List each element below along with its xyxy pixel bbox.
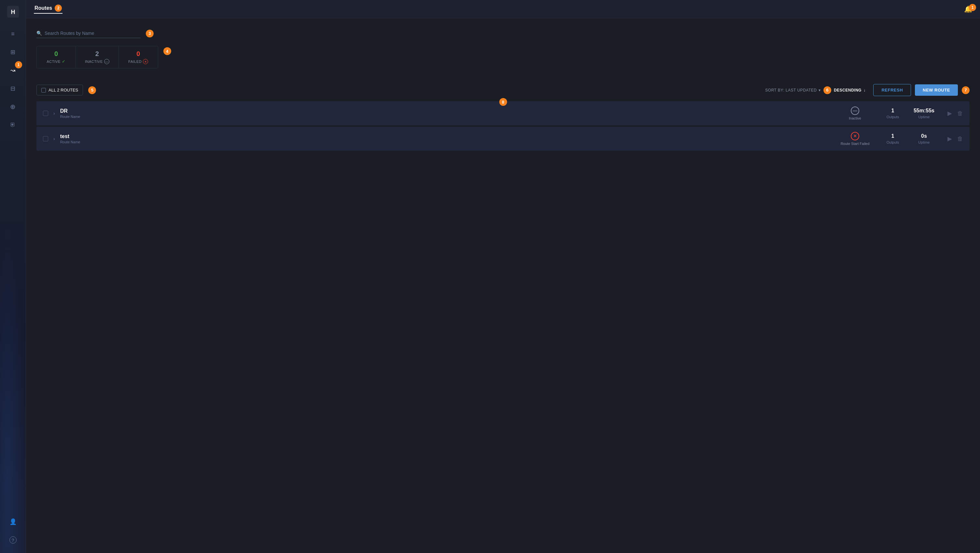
tab-badge: 2 bbox=[55, 5, 62, 12]
status-card-inactive[interactable]: 2 INACTIVE — bbox=[76, 46, 119, 68]
layers-icon: ⊟ bbox=[10, 85, 15, 92]
route-uptime-value: 55m:55s bbox=[913, 108, 934, 114]
controls-left: ALL 2 ROUTES 5 bbox=[37, 84, 96, 96]
routes-tab[interactable]: Routes 2 bbox=[34, 5, 62, 14]
dashboard-icon: ⊞ bbox=[10, 49, 15, 56]
route-uptime-label: Uptime bbox=[918, 140, 930, 144]
status-cards: 0 ACTIVE ✓ 2 INACTIVE — 0 bbox=[37, 46, 158, 69]
route-uptime-block: 0s Uptime bbox=[911, 133, 937, 144]
header-left: Routes 2 bbox=[34, 5, 62, 14]
expand-icon[interactable]: › bbox=[53, 136, 55, 141]
help-icon: ? bbox=[10, 536, 17, 543]
active-label: ACTIVE ✓ bbox=[46, 59, 65, 64]
route-actions: ▶ 🗑 bbox=[947, 110, 963, 117]
search-icon: 🔍 bbox=[37, 30, 42, 36]
sidebar-navigation: ≡ ⊞ ↝ 1 ⊟ ⊕ ⛨ bbox=[5, 26, 21, 514]
route-name: DR bbox=[60, 108, 830, 114]
route-outputs-block: 1 Outputs bbox=[880, 108, 906, 119]
header: Routes 2 🔔 bbox=[26, 0, 980, 18]
user-icon: 👤 bbox=[10, 518, 17, 525]
route-name: test bbox=[60, 134, 830, 139]
inactive-label: INACTIVE — bbox=[85, 59, 109, 64]
route-outputs-label: Outputs bbox=[886, 140, 899, 144]
select-all-checkbox[interactable] bbox=[41, 88, 46, 92]
failed-status-icon: ✕ bbox=[851, 132, 859, 140]
sidebar-bottom: 👤 ? bbox=[5, 514, 21, 548]
route-status-text: Route Start Failed bbox=[841, 142, 870, 146]
route-uptime-block: 55m:55s Uptime bbox=[911, 108, 937, 119]
step-3-badge: 3 bbox=[146, 30, 154, 37]
sidebar-item-routes[interactable]: ↝ 1 bbox=[5, 62, 21, 78]
route-checkbox[interactable] bbox=[43, 111, 48, 116]
step-6-badge: 6 bbox=[823, 86, 831, 94]
inactive-icon: — bbox=[104, 59, 109, 64]
tab-title: Routes bbox=[35, 5, 52, 11]
route-outputs-value: 1 bbox=[891, 108, 894, 114]
step-4-badge: 4 bbox=[163, 47, 171, 55]
play-icon[interactable]: ▶ bbox=[947, 135, 952, 142]
step-7-badge: 7 bbox=[962, 86, 970, 94]
chevron-down-icon[interactable]: ▾ bbox=[819, 88, 821, 92]
sidebar-item-shield[interactable]: ⛨ bbox=[5, 117, 21, 133]
play-icon[interactable]: ▶ bbox=[947, 110, 952, 117]
new-route-button[interactable]: NEW ROUTE bbox=[915, 84, 958, 96]
select-all-button[interactable]: ALL 2 ROUTES bbox=[37, 84, 83, 96]
route-outputs-block: 1 Outputs bbox=[880, 133, 906, 144]
sidebar-item-dashboard[interactable]: ⊞ bbox=[5, 44, 21, 60]
sort-by-label: SORT BY: LAST UPDATED ▾ bbox=[765, 88, 821, 92]
routes-list: 8 › DR Route Name — Inactive 1 Outputs bbox=[37, 101, 970, 151]
sort-order-arrow[interactable]: ↓ bbox=[864, 88, 866, 92]
status-card-active[interactable]: 0 ACTIVE ✓ bbox=[37, 46, 76, 68]
content-area: 🔍 3 0 ACTIVE ✓ 2 INA bbox=[26, 18, 980, 553]
route-uptime-value: 0s bbox=[921, 133, 927, 139]
select-all-label: ALL 2 ROUTES bbox=[48, 88, 78, 92]
search-input[interactable] bbox=[45, 30, 141, 36]
search-container: 🔍 3 bbox=[37, 29, 970, 38]
step-5-badge: 5 bbox=[88, 86, 96, 94]
route-name-block: test Route Name bbox=[60, 134, 830, 144]
sidebar-item-nodes[interactable]: ⊕ bbox=[5, 99, 21, 115]
routes-badge: 1 bbox=[15, 61, 22, 69]
shield-icon: ⛨ bbox=[10, 122, 16, 128]
step-8-badge: 8 bbox=[499, 98, 507, 106]
route-sublabel: Route Name bbox=[60, 115, 830, 118]
inactive-status-icon: — bbox=[851, 107, 859, 115]
route-outputs-value: 1 bbox=[891, 133, 894, 139]
table-row: › test Route Name ✕ Route Start Failed 1… bbox=[37, 127, 970, 151]
route-status-block: — Inactive bbox=[835, 107, 875, 120]
route-outputs-label: Outputs bbox=[886, 115, 899, 119]
table-row: 8 › DR Route Name — Inactive 1 Outputs bbox=[37, 101, 970, 125]
menu-icon: ≡ bbox=[11, 30, 14, 37]
list-controls: ALL 2 ROUTES 5 SORT BY: LAST UPDATED ▾ 6… bbox=[37, 84, 970, 96]
sidebar: H ≡ ⊞ ↝ 1 ⊟ ⊕ ⛨ 👤 ? bbox=[0, 0, 26, 553]
controls-right: SORT BY: LAST UPDATED ▾ 6 DESCENDING ↓ R… bbox=[765, 84, 970, 96]
active-count: 0 bbox=[54, 50, 58, 57]
action-buttons: REFRESH NEW ROUTE 7 bbox=[873, 84, 970, 96]
routes-icon: ↝ bbox=[10, 67, 15, 74]
inactive-count: 2 bbox=[95, 50, 99, 57]
route-checkbox[interactable] bbox=[43, 136, 48, 141]
route-sublabel: Route Name bbox=[60, 140, 830, 144]
status-card-failed[interactable]: 0 FAILED ✕ bbox=[119, 46, 158, 68]
app-logo[interactable]: H bbox=[6, 5, 19, 18]
sidebar-item-menu[interactable]: ≡ bbox=[5, 26, 21, 42]
failed-label: FAILED ✕ bbox=[128, 59, 148, 64]
route-uptime-label: Uptime bbox=[918, 115, 930, 119]
main-content: Routes 2 🔔 1 🔍 3 0 bbox=[26, 0, 980, 553]
route-actions: ▶ 🗑 bbox=[947, 135, 963, 142]
expand-icon[interactable]: › bbox=[53, 111, 55, 116]
delete-icon[interactable]: 🗑 bbox=[957, 110, 963, 117]
failed-icon: ✕ bbox=[143, 59, 148, 64]
delete-icon[interactable]: 🗑 bbox=[957, 135, 963, 142]
route-status-block: ✕ Route Start Failed bbox=[835, 132, 875, 146]
search-input-wrapper: 🔍 bbox=[37, 29, 141, 38]
sort-order-label: DESCENDING ↓ bbox=[834, 88, 866, 92]
failed-count: 0 bbox=[136, 50, 140, 57]
route-status-text: Inactive bbox=[849, 116, 861, 120]
sidebar-item-layers[interactable]: ⊟ bbox=[5, 81, 21, 96]
refresh-button[interactable]: REFRESH bbox=[873, 84, 911, 96]
nodes-icon: ⊕ bbox=[9, 104, 17, 110]
sidebar-item-user[interactable]: 👤 bbox=[5, 514, 21, 529]
svg-text:H: H bbox=[11, 9, 15, 15]
sidebar-item-help[interactable]: ? bbox=[5, 532, 21, 548]
